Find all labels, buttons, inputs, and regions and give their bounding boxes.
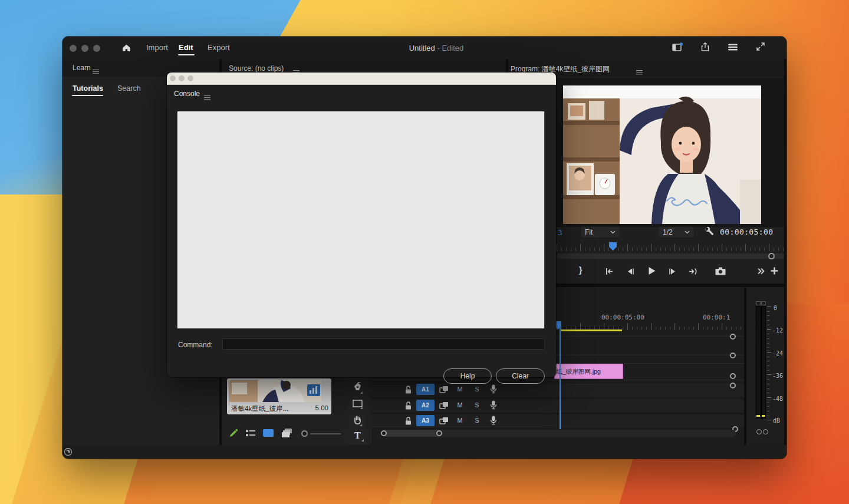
workspace-icon[interactable] [672,42,683,52]
meter-output-knob[interactable] [763,429,768,434]
track-lock-icon[interactable] [404,416,412,426]
track-lock-icon[interactable] [404,401,412,410]
project-clip-card[interactable]: 潘敏4k壁纸_彼岸... 5:00 [227,378,331,414]
sync-lock-icon[interactable] [439,386,449,393]
type-tool-flyout [361,439,364,442]
track-source-badge-a3[interactable]: A3 [416,415,435,426]
timeline-clip[interactable]: 壁纸_彼岸图网.jpg [554,364,623,379]
timeline-ruler[interactable] [557,322,742,330]
export-frame-icon[interactable] [715,266,726,276]
voiceover-mic-icon[interactable] [489,384,498,394]
playhead-line[interactable] [560,322,561,429]
console-clear-button[interactable]: Clear [496,368,545,384]
status-spinner-icon [64,447,73,456]
clip-usage-badge-icon [307,384,320,396]
mute-button-a3[interactable]: M [456,417,463,424]
console-output-area[interactable] [177,111,545,329]
rectangle-tool-icon[interactable] [353,400,363,407]
playback-resolution-select[interactable]: 1/2 [658,226,695,238]
source-panel-title: Source: (no clips) [229,64,284,73]
minimize-window-button[interactable] [81,45,88,52]
close-window-button[interactable] [70,45,77,52]
track-source-badge-a2[interactable]: A2 [416,400,435,411]
console-command-input[interactable] [222,338,545,350]
console-titlebar[interactable] [167,73,556,85]
fullscreen-icon[interactable] [756,42,765,51]
settings-wrench-icon[interactable] [704,227,714,237]
sync-lock-icon[interactable] [439,417,449,424]
console-close-button[interactable] [170,75,176,81]
learn-panel-menu-icon[interactable] [93,69,99,74]
home-icon[interactable] [121,43,131,52]
go-to-out-icon[interactable] [689,267,697,276]
console-minimize-button[interactable] [179,75,185,81]
program-scrollbar-knob[interactable] [768,253,775,259]
freeform-view-button[interactable] [281,428,294,438]
project-writable-icon[interactable] [229,429,238,438]
console-panel-menu-icon[interactable] [204,95,210,100]
tab-tutorials-underline [72,95,103,96]
solo-button-a3[interactable]: S [473,417,481,424]
mute-button-a1[interactable]: M [456,386,463,393]
meter-scale-ticks [767,307,771,420]
quick-export-menu-icon[interactable] [728,44,738,51]
solo-button-a1[interactable]: S [473,386,481,393]
tab-edit[interactable]: Edit [179,43,193,52]
track-source-badge-a1[interactable]: A1 [416,384,435,395]
zoom-window-button[interactable] [93,45,100,52]
zoom-bar-knob[interactable] [381,430,387,436]
play-button-icon[interactable] [647,266,657,276]
hand-tool-icon[interactable] [353,415,362,425]
program-mini-ruler[interactable] [557,242,784,251]
program-panel-menu-icon[interactable] [636,70,643,75]
zoom-level-select[interactable]: Fit [580,226,620,238]
share-icon[interactable] [700,42,710,52]
scroll-knob[interactable] [730,373,736,379]
scroll-knob[interactable] [730,353,736,358]
zoom-bar-knob[interactable] [436,430,442,436]
solo-button-a2[interactable]: S [473,401,481,409]
program-preview-image [563,85,761,224]
step-back-icon[interactable] [626,267,635,276]
clip-indicator-left [756,301,761,305]
step-forward-icon[interactable] [668,267,677,276]
mute-button-a2[interactable]: M [456,401,463,409]
program-scrollbar[interactable] [557,253,784,259]
track-separator [371,380,744,380]
go-to-in-icon[interactable] [605,267,614,276]
voiceover-mic-icon[interactable] [489,400,498,410]
thumbnail-zoom-track[interactable] [310,433,341,434]
meter-tick-label: 0 [774,305,777,311]
sync-lock-icon[interactable] [439,401,449,409]
tab-export[interactable]: Export [208,43,230,52]
project-clip-name: 潘敏4k壁纸_彼岸... [231,404,301,413]
more-transport-chevrons-icon[interactable] [757,268,765,275]
track-lock-icon[interactable] [404,385,412,394]
status-bar [62,445,787,459]
render-bar-yellow [561,330,622,331]
mark-out-icon[interactable]: } [579,265,582,275]
console-body: Console Command: Help Clear [167,85,556,377]
project-clip-duration: 5:00 [302,404,328,411]
tab-tutorials[interactable]: Tutorials [73,84,103,93]
tab-import[interactable]: Import [146,43,168,52]
chevron-down-icon [685,230,690,234]
type-tool-icon[interactable]: T [354,430,361,441]
console-zoom-button[interactable] [187,75,193,81]
timeline-zoom-bar[interactable] [382,430,441,437]
program-current-timecode: 3 [558,228,562,237]
console-help-button[interactable]: Help [443,368,492,384]
tab-search[interactable]: Search [117,84,141,93]
scroll-knob[interactable] [730,334,736,340]
audio-meter-bar-right [761,306,766,419]
add-button-icon[interactable] [770,266,779,275]
icon-view-button[interactable] [263,429,274,437]
meter-tick-label: dB [773,417,780,424]
scroll-knob[interactable] [730,383,736,388]
pen-tool-icon[interactable] [353,382,363,393]
list-view-button[interactable] [245,429,256,437]
console-panel-title: Console [174,90,200,98]
voiceover-mic-icon[interactable] [489,416,498,426]
meter-output-knob[interactable] [756,429,762,434]
thumbnail-zoom-slider[interactable] [301,430,308,437]
